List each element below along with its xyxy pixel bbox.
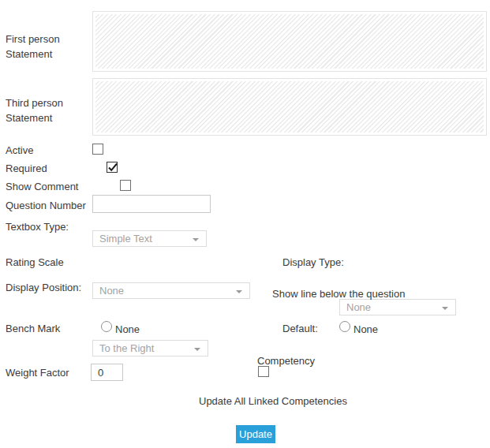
check-icon xyxy=(107,161,119,174)
textbox-type-dropdown[interactable]: Simple Text xyxy=(92,230,207,247)
display-type-selected-value: None xyxy=(346,301,371,313)
active-checkbox[interactable] xyxy=(92,144,103,155)
required-label: Required xyxy=(6,162,47,177)
active-label: Active xyxy=(6,144,33,159)
default-none-label: None xyxy=(353,323,378,338)
default-none-radio[interactable] xyxy=(339,321,350,332)
bench-mark-label: Bench Mark xyxy=(6,322,60,337)
rating-scale-selected-value: None xyxy=(99,285,124,297)
show-comment-label: Show Comment xyxy=(6,180,78,195)
rating-scale-label: Rating Scale xyxy=(6,256,64,271)
third-person-statement-textarea[interactable] xyxy=(92,78,487,136)
display-type-label: Display Type: xyxy=(282,256,344,271)
display-position-label: Display Position: xyxy=(6,281,81,296)
question-edit-form: First person Statement Third person Stat… xyxy=(0,0,490,448)
question-number-label: Question Number xyxy=(6,199,86,214)
first-person-statement-label: First person Statement xyxy=(6,32,78,62)
third-person-statement-label: Third person Statement xyxy=(6,96,78,126)
first-person-statement-textarea[interactable] xyxy=(92,11,487,72)
display-position-selected-value: To the Right xyxy=(99,342,154,354)
bench-mark-none-radio[interactable] xyxy=(101,321,112,332)
show-line-below-label: Show line below the question xyxy=(272,287,405,302)
textbox-type-selected-value: Simple Text xyxy=(99,233,152,245)
update-button[interactable]: Update xyxy=(236,425,275,443)
rating-scale-dropdown[interactable]: None xyxy=(92,282,250,299)
competency-label: Competency xyxy=(257,354,315,369)
bench-mark-none-label: None xyxy=(115,323,140,338)
weight-factor-input[interactable] xyxy=(91,364,123,381)
show-comment-checkbox[interactable] xyxy=(120,180,131,191)
weight-factor-label: Weight Factor xyxy=(6,366,69,381)
update-all-linked-label: Update All Linked Competencies xyxy=(199,394,347,409)
display-position-dropdown[interactable]: To the Right xyxy=(92,340,208,357)
required-checkbox[interactable] xyxy=(107,162,118,173)
default-label: Default: xyxy=(282,322,318,337)
question-number-input[interactable] xyxy=(92,195,211,213)
textbox-type-label: Textbox Type: xyxy=(6,220,69,235)
